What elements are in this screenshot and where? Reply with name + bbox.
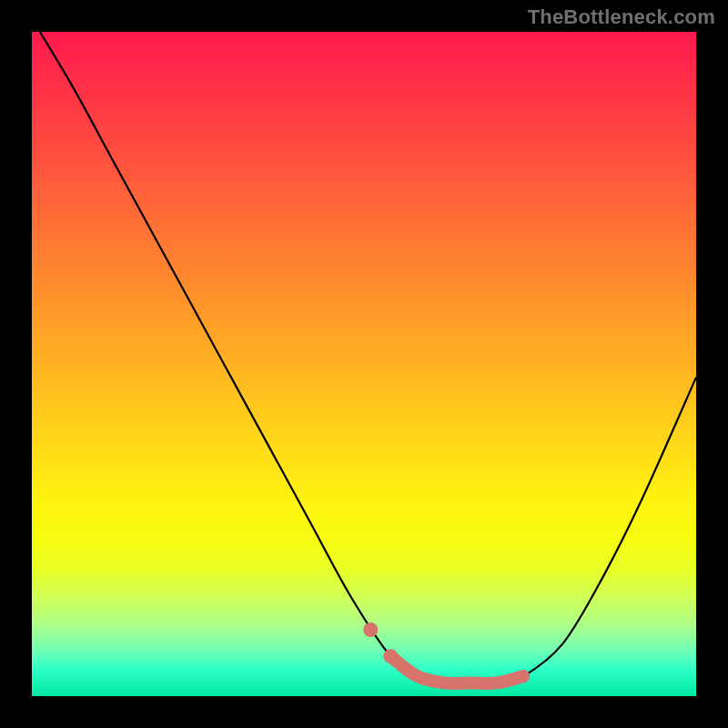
optimal-range-dot <box>383 649 398 663</box>
watermark-text: TheBottleneck.com <box>528 5 715 29</box>
chart-plot-area <box>32 32 696 696</box>
optimal-range-dot <box>363 622 378 637</box>
optimal-range-highlight <box>390 656 523 683</box>
bottleneck-curve <box>32 32 696 683</box>
chart-svg <box>32 32 696 696</box>
